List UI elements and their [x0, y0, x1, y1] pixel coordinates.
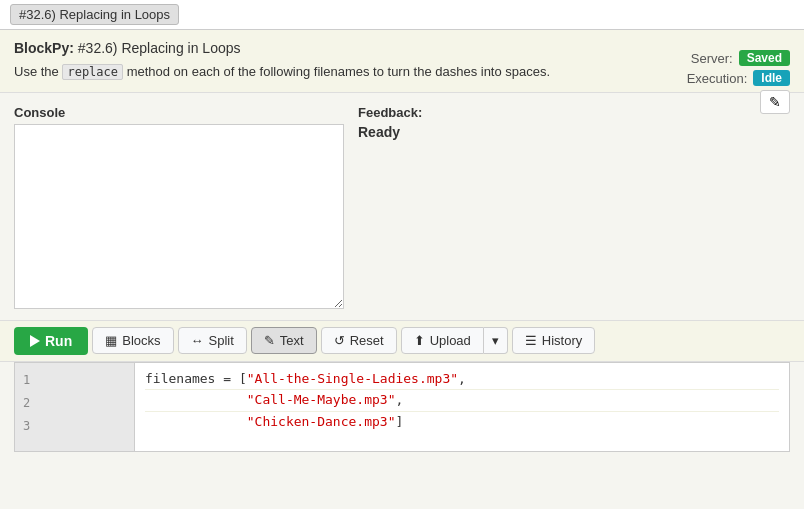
server-badge: Saved: [739, 50, 790, 66]
top-bar: #32.6) Replacing in Loops: [0, 0, 804, 30]
console-section: Console: [14, 105, 344, 312]
blocks-icon: ▦: [105, 333, 117, 348]
history-label: History: [542, 333, 582, 348]
code-3-indent: [145, 414, 247, 429]
upload-label: Upload: [430, 333, 471, 348]
code-2-indent: [145, 392, 247, 407]
history-icon: ☰: [525, 333, 537, 348]
edit-button[interactable]: ✎: [760, 90, 790, 114]
text-label: Text: [280, 333, 304, 348]
status-bar: Server: Saved Execution: Idle ✎: [687, 50, 790, 114]
run-label: Run: [45, 333, 72, 349]
dropdown-icon: ▾: [492, 333, 499, 348]
line-num-2: 2: [15, 392, 134, 415]
reset-icon: ↺: [334, 333, 345, 348]
code-line-1: filenames = ["All-the-Single-Ladies.mp3"…: [145, 369, 779, 391]
problem-title-text: #32.6) Replacing in Loops: [19, 7, 170, 22]
console-label: Console: [14, 105, 344, 120]
code-content[interactable]: filenames = ["All-the-Single-Ladies.mp3"…: [135, 363, 789, 451]
feedback-section: Feedback: Ready: [358, 105, 790, 312]
problem-id-name: #32.6) Replacing in Loops: [78, 40, 241, 56]
text-button[interactable]: ✎ Text: [251, 327, 317, 354]
blocks-button[interactable]: ▦ Blocks: [92, 327, 173, 354]
split-icon: ↔: [191, 333, 204, 348]
text-icon: ✎: [264, 333, 275, 348]
console-textarea[interactable]: [14, 124, 344, 309]
split-button[interactable]: ↔ Split: [178, 327, 247, 354]
code-editor: 1 2 3 filenames = ["All-the-Single-Ladie…: [14, 362, 790, 452]
code-3-bracket: ]: [395, 414, 403, 429]
run-play-icon: [30, 335, 40, 347]
line-num-1: 1: [15, 369, 134, 392]
server-status-row: Server: Saved: [691, 50, 790, 66]
upload-button[interactable]: ⬆ Upload: [401, 327, 484, 354]
split-label: Split: [209, 333, 234, 348]
server-label: Server:: [691, 51, 733, 66]
pencil-icon: ✎: [769, 94, 781, 110]
console-feedback-area: Console Feedback: Ready: [14, 105, 790, 312]
execution-label: Execution:: [687, 71, 748, 86]
feedback-value: Ready: [358, 124, 790, 140]
upload-group: ⬆ Upload ▾: [401, 327, 508, 354]
execution-badge: Idle: [753, 70, 790, 86]
history-button[interactable]: ☰ History: [512, 327, 595, 354]
code-2-comma: ,: [395, 392, 403, 407]
inline-code: replace: [62, 64, 123, 80]
problem-header: BlockPy: #32.6) Replacing in Loops Use t…: [0, 30, 804, 93]
code-1-normal: filenames = [: [145, 371, 247, 386]
upload-dropdown-button[interactable]: ▾: [484, 327, 508, 354]
line-num-3: 3: [15, 415, 134, 438]
desc-before: Use the: [14, 64, 59, 79]
code-1-str: "All-the-Single-Ladies.mp3": [247, 371, 458, 386]
run-button[interactable]: Run: [14, 327, 88, 355]
problem-title-bar: #32.6) Replacing in Loops: [10, 4, 179, 25]
toolbar: Run ▦ Blocks ↔ Split ✎ Text ↺ Reset ⬆ Up…: [0, 320, 804, 362]
problem-description: Use the replace method on each of the fo…: [14, 62, 644, 82]
code-line-3: "Chicken-Dance.mp3"]: [145, 412, 779, 433]
problem-title-line: BlockPy: #32.6) Replacing in Loops: [14, 40, 644, 56]
reset-label: Reset: [350, 333, 384, 348]
blocks-label: Blocks: [122, 333, 160, 348]
code-1-comma: ,: [458, 371, 466, 386]
blockpy-label: BlockPy:: [14, 40, 74, 56]
desc-after: method on each of the following filename…: [127, 64, 550, 79]
upload-icon: ⬆: [414, 333, 425, 348]
code-line-2: "Call-Me-Maybe.mp3",: [145, 390, 779, 412]
code-3-str: "Chicken-Dance.mp3": [247, 414, 396, 429]
code-2-str: "Call-Me-Maybe.mp3": [247, 392, 396, 407]
reset-button[interactable]: ↺ Reset: [321, 327, 397, 354]
code-gutter: 1 2 3: [15, 363, 135, 451]
execution-status-row: Execution: Idle: [687, 70, 790, 86]
